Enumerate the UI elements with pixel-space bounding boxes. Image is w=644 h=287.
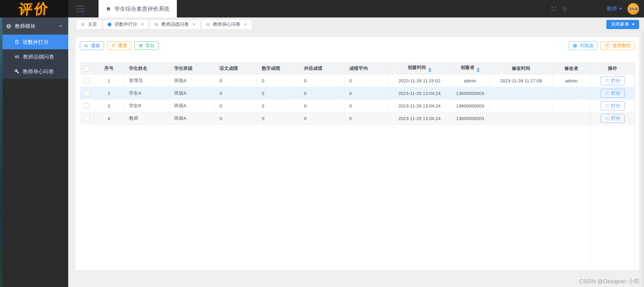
tab-close-icon[interactable]: ×	[141, 22, 144, 27]
breadcrumb: 学生综合素质评价系统	[99, 0, 177, 17]
sidebar-module-teacher[interactable]: 教师模块	[0, 17, 68, 35]
header-actions: 教师 JAVA	[551, 3, 644, 15]
tab[interactable]: 教师身心问卷 ×	[202, 20, 251, 29]
table-cell	[490, 112, 553, 125]
table-cell: 2023-11-28 13:04:24	[388, 100, 451, 112]
row-checkbox[interactable]	[84, 103, 90, 109]
table-cell: 学生B	[124, 100, 169, 112]
sidebar: 评价 教师模块 语数外打分 教师品德问卷 教师身心问卷	[0, 0, 68, 287]
reset-button[interactable]: 重置	[107, 41, 131, 50]
toolbar-right: 列筛选 ? 使用教程	[569, 41, 635, 50]
background-image-strip	[0, 17, 2, 287]
book-icon	[14, 40, 19, 44]
table-cell: 0	[344, 87, 388, 100]
column-header: 成绩平均	[344, 63, 388, 74]
table-cell: 0	[344, 100, 388, 112]
tab-close-icon[interactable]: ×	[192, 22, 195, 27]
table-cell: 2023-11-28 13:04:24	[388, 112, 451, 125]
table-cell: 2	[94, 87, 124, 100]
avatar-text: JAVA	[629, 7, 638, 11]
tab[interactable]: 语数外打分 ×	[103, 20, 148, 29]
tab[interactable]: 主页	[76, 20, 102, 29]
actions-cell: 打分	[590, 100, 635, 112]
row-checkbox[interactable]	[84, 115, 90, 121]
sort-caret-icon[interactable]	[428, 68, 431, 72]
tab-label: 教师品德问卷	[161, 21, 189, 27]
question-circle-icon: ?	[605, 43, 610, 48]
table-cell: admin	[451, 74, 490, 87]
table-cell: 0	[214, 87, 257, 100]
tab[interactable]: 教师品德问卷 ×	[150, 20, 200, 29]
row-checkbox[interactable]	[84, 90, 90, 96]
column-header: 学生姓名	[124, 63, 169, 74]
column-header: 语文成绩	[214, 63, 257, 74]
sidebar-item-label: 教师品德问卷	[23, 53, 54, 60]
table-cell: 0	[214, 112, 257, 125]
table-cell	[553, 112, 590, 125]
select-all-checkbox[interactable]	[84, 66, 90, 71]
table-cell: 0	[344, 112, 388, 125]
table-row: 3学生B班级A00002023-11-28 13:04:241360000000…	[80, 100, 635, 112]
edit-icon	[605, 116, 609, 120]
table-cell: 13600000003	[451, 87, 490, 100]
fullscreen-icon[interactable]	[551, 6, 557, 12]
column-filter-button[interactable]: 列筛选	[569, 41, 597, 50]
sidebar-item[interactable]: 教师身心问卷	[0, 64, 68, 79]
sidebar-menu: 教师模块 语数外打分 教师品德问卷 教师身心问卷	[0, 17, 68, 79]
sidebar-item-label: 教师身心问卷	[23, 68, 54, 75]
table-cell: 1	[94, 74, 124, 87]
tab-label: 主页	[88, 21, 97, 27]
tab-bar: 主页 语数外打分 × 教师品德问卷 × 教师身心问卷 × 关闭菜单	[68, 17, 644, 31]
logo-text: 评价	[18, 0, 50, 18]
home-icon	[106, 6, 111, 11]
tab-dot-icon	[154, 23, 158, 26]
export-button[interactable]: 导出	[134, 41, 158, 50]
column-header: 修改时间	[490, 63, 553, 74]
hamburger-menu-icon[interactable]	[76, 6, 84, 12]
column-header[interactable]: 创建者	[451, 63, 490, 74]
fixed-column-divider	[590, 62, 590, 266]
column-header: 操作	[590, 63, 635, 74]
data-table: 序号学生姓名学生班级语文成绩数学成绩外语成绩成绩平均创建时间创建者修改时间修改者…	[80, 62, 635, 125]
table-cell: 班级A	[169, 74, 214, 87]
avatar[interactable]: JAVA	[627, 3, 639, 15]
user-menu[interactable]: 教师	[607, 5, 622, 12]
close-menu-button[interactable]: 关闭菜单	[606, 20, 639, 29]
score-button[interactable]: 打分	[601, 101, 625, 110]
score-button[interactable]: 打分	[601, 76, 625, 85]
table-cell: 0	[257, 87, 299, 100]
sidebar-item[interactable]: 语数外打分	[0, 35, 68, 49]
caret-down-icon	[619, 8, 622, 10]
actions-cell: 打分	[590, 112, 635, 125]
column-filter-label: 列筛选	[580, 43, 594, 49]
sidebar-module-label: 教师模块	[15, 23, 35, 30]
sort-caret-icon[interactable]	[477, 68, 480, 72]
column-header: 数学成绩	[257, 63, 299, 74]
score-button[interactable]: 打分	[601, 89, 625, 98]
table-cell: 2023-11-28 11:27:08	[490, 74, 553, 87]
table-cell: 2023-11-28 11:25:02	[388, 74, 451, 87]
table-right-border	[635, 62, 635, 266]
column-header[interactable]: 创建时间	[388, 63, 451, 74]
lock-icon[interactable]	[562, 6, 568, 12]
table-header-row: 序号学生姓名学生班级语文成绩数学成绩外语成绩成绩平均创建时间创建者修改时间修改者…	[80, 63, 635, 74]
scrollbar[interactable]	[641, 17, 644, 287]
table-row: 4教师班级A00002023-11-28 13:04:2413600000003…	[80, 112, 635, 125]
sidebar-item[interactable]: 教师品德问卷	[0, 49, 68, 64]
sidebar-item-label: 语数外打分	[23, 39, 49, 46]
tutorial-button[interactable]: ? 使用教程	[601, 41, 635, 50]
table-cell: 0	[214, 74, 257, 87]
app-root: 评价 教师模块 语数外打分 教师品德问卷 教师身心问卷	[0, 0, 644, 287]
score-button[interactable]: 打分	[601, 114, 625, 123]
tab-close-icon[interactable]: ×	[244, 22, 247, 27]
table-cell: 班级A	[169, 100, 214, 112]
main-content: 搜索 重置 导出	[68, 31, 644, 287]
search-icon	[84, 43, 88, 48]
table-cell: 0	[214, 100, 257, 112]
data-table-container: 序号学生姓名学生班级语文成绩数学成绩外语成绩成绩平均创建时间创建者修改时间修改者…	[80, 62, 635, 266]
search-button[interactable]: 搜索	[80, 41, 104, 50]
table-cell: 2023-11-28 13:04:24	[388, 87, 451, 100]
table-cell	[553, 87, 590, 100]
tab-dot-icon	[81, 23, 85, 26]
row-checkbox[interactable]	[84, 78, 90, 84]
